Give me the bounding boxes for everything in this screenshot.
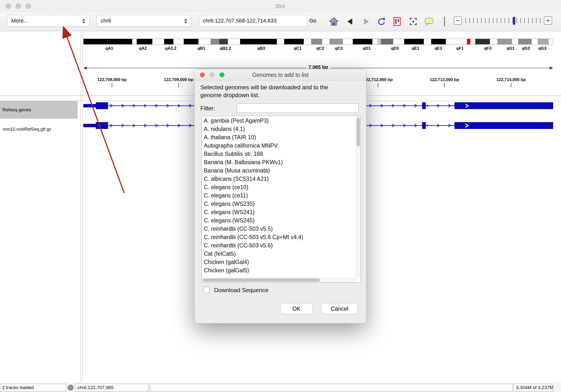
- dialog-titlebar[interactable]: Genomes to add to list: [195, 69, 366, 81]
- genome-list-item[interactable]: Chicken (galGal4): [202, 258, 355, 266]
- genome-list-item[interactable]: Bacillus Subtilis str. 168: [202, 150, 355, 158]
- ok-button[interactable]: OK: [280, 304, 313, 314]
- main-toolbar: More... chr6 Go: [0, 12, 561, 31]
- ruler-tick-label: 122,709,000 bp: [164, 77, 193, 82]
- genome-list: A. gambia (Pest AgamP3)A. nidulans (4.1)…: [202, 116, 355, 275]
- status-message-area: [150, 384, 512, 392]
- zoom-out-button[interactable]: −: [454, 16, 462, 25]
- band-label: qA1: [105, 46, 113, 51]
- zoom-level-marker[interactable]: [513, 17, 515, 25]
- band-label: qG2: [522, 46, 530, 51]
- vertical-scrollbar-thumb[interactable]: [357, 117, 360, 146]
- genome-list-item[interactable]: Autographa californica MNPV: [202, 141, 355, 150]
- genome-select-value: More...: [11, 18, 28, 24]
- ruler-tick-label: 122,712,000 bp: [363, 77, 393, 82]
- track-file-label[interactable]: mm10.ncbiRefSeq.gtf.gz: [3, 127, 51, 132]
- horizontal-scrollbar[interactable]: [202, 277, 356, 282]
- genome-list-item[interactable]: A. nidulans (4.1): [202, 125, 355, 133]
- band-label: qE3: [434, 46, 442, 51]
- ruler-tick-label: 122,713,000 bp: [430, 77, 459, 82]
- chromosome-select-value: chr6: [101, 18, 111, 24]
- band-label: qG3: [538, 46, 546, 51]
- dialog-zoom-icon[interactable]: [220, 72, 224, 77]
- ruler-tick-label: 122,714,000 bp: [496, 77, 526, 82]
- band-label: qB1: [197, 46, 205, 51]
- panel-divider: [83, 31, 83, 383]
- home-icon[interactable]: [329, 16, 339, 27]
- back-icon[interactable]: [345, 16, 356, 27]
- genomes-dialog: Genomes to add to list Selected genomes …: [194, 69, 366, 323]
- panel-divider[interactable]: [81, 31, 81, 383]
- band-label: qC2: [316, 46, 324, 51]
- band-label: qC1: [294, 46, 302, 51]
- band-label: qB3: [257, 46, 265, 51]
- ruler-tick-label: 122,708,000 bp: [97, 77, 127, 82]
- band-label: qA2: [139, 46, 147, 51]
- band-label: qC3: [335, 46, 343, 51]
- igv-window: IGV More... chr6 Go: [0, 0, 561, 392]
- fit-to-window-icon[interactable]: [408, 16, 419, 27]
- genome-list-item[interactable]: Chicken (galGal5): [202, 266, 355, 275]
- genome-list-item[interactable]: C. reinhardtii (CC-503 v5.5): [202, 225, 355, 233]
- genome-list-item[interactable]: A. thaliana (TAIR 10): [202, 133, 355, 141]
- locus-input[interactable]: [199, 15, 307, 26]
- genome-list-item[interactable]: Cat (felCat5): [202, 250, 355, 258]
- chevron-up-down-icon: [182, 17, 189, 25]
- ruler-tick-mark: [112, 83, 112, 87]
- filter-input[interactable]: [237, 104, 359, 113]
- ruler-tick-mark: [444, 83, 445, 87]
- genome-list-item[interactable]: A. gambia (Pest AgamP3): [202, 116, 355, 125]
- band-label: qD3: [391, 46, 399, 51]
- refresh-icon[interactable]: [376, 16, 387, 27]
- horizontal-scrollbar-thumb[interactable]: [203, 278, 320, 282]
- zoom-in-button[interactable]: +: [544, 16, 552, 25]
- dialog-message: Selected genomes will be downloaded and …: [200, 83, 345, 99]
- band-label: qG1: [506, 46, 514, 51]
- forward-icon[interactable]: [360, 16, 371, 27]
- toolbar-separator: [444, 17, 445, 26]
- go-button[interactable]: Go: [309, 15, 316, 26]
- genome-list-item[interactable]: C. elegans (WS245): [202, 216, 355, 225]
- chromosome-ideogram[interactable]: [83, 39, 553, 45]
- track-label-text: Refseq genes: [2, 107, 31, 113]
- genome-list-item[interactable]: C. reinhardtii (CC-503 v5.6 Cp+Mt v4.4): [202, 233, 355, 241]
- dialog-minimize-icon: [210, 72, 215, 77]
- band-label: qF1: [456, 46, 463, 51]
- download-sequence-label: Download Sequence: [214, 287, 268, 294]
- current-region-marker: [467, 39, 470, 45]
- genome-select[interactable]: More...: [7, 15, 89, 26]
- band-label: qA3.2: [165, 46, 176, 51]
- track-label-refseq-genes[interactable]: Refseq genes: [0, 101, 78, 119]
- define-region-icon[interactable]: [392, 16, 402, 27]
- band-label: qD1: [363, 46, 371, 51]
- status-cursor-position: chr6:122,707,965: [75, 384, 149, 392]
- dialog-close-icon[interactable]: [200, 72, 205, 77]
- ruler-tick-mark: [511, 83, 511, 87]
- download-sequence-checkbox[interactable]: [203, 287, 210, 293]
- window-titlebar: IGV: [0, 0, 561, 12]
- genome-list-item[interactable]: C. albicans (SC5314 A21): [202, 175, 355, 183]
- genome-list-item[interactable]: C. elegans (ce10): [202, 183, 355, 191]
- genome-list-item[interactable]: Banana (M. Balbisiana PKWv1): [202, 158, 355, 166]
- genome-list-item[interactable]: C. elegans (WS241): [202, 208, 355, 216]
- cancel-button[interactable]: Cancel: [321, 304, 358, 314]
- status-indicator-icon: [68, 385, 73, 391]
- genome-list-item[interactable]: C. elegans (ce11): [202, 191, 355, 200]
- band-label: qE1: [412, 46, 419, 51]
- band-label: qB2.2: [220, 46, 231, 51]
- genome-listbox: A. gambia (Pest AgamP3)A. nidulans (4.1)…: [202, 116, 361, 283]
- ruler-tick-mark: [178, 83, 179, 87]
- genome-list-item[interactable]: C. elegans (WS235): [202, 200, 355, 208]
- vertical-scrollbar[interactable]: [356, 116, 361, 278]
- ruler-tick-mark: [378, 83, 378, 87]
- window-title: IGV: [0, 0, 561, 12]
- genome-list-item[interactable]: C. reinhardtii (CC-503 v5.6): [202, 241, 355, 250]
- chevron-up-down-icon: [80, 17, 87, 25]
- genome-list-item[interactable]: Banana (Musa acuminata): [202, 166, 355, 175]
- chromosome-select[interactable]: chr6: [97, 15, 191, 26]
- filter-label: Filter:: [200, 105, 215, 112]
- tooltip-bubble-icon[interactable]: [424, 16, 434, 27]
- status-memory-usage[interactable]: 3,304M of 4,237M: [514, 384, 553, 392]
- zoom-slider[interactable]: [465, 18, 542, 23]
- status-tracks-loaded: 2 tracks loaded: [0, 384, 66, 392]
